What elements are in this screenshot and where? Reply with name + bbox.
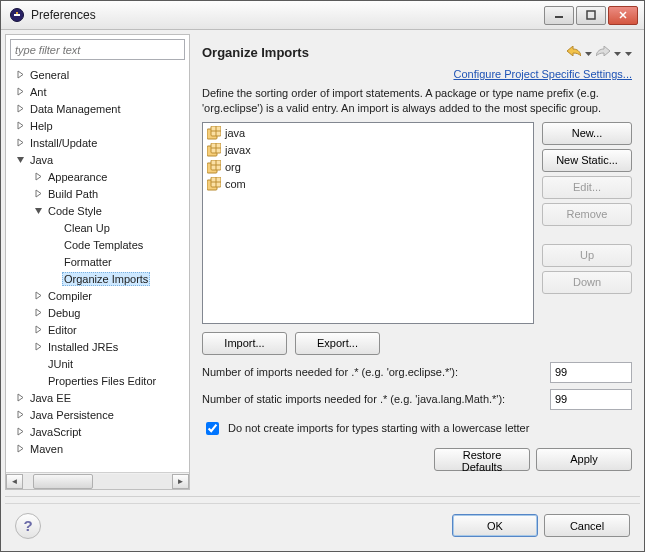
edit-button[interactable]: Edit... (542, 176, 632, 199)
tree-item-help[interactable]: Help (6, 117, 189, 134)
cancel-button[interactable]: Cancel (544, 514, 630, 537)
list-item[interactable]: java (205, 125, 531, 142)
expand-icon (32, 188, 44, 200)
svg-rect-7 (555, 16, 563, 18)
settings-panel: Organize Imports Configure Project Speci… (194, 34, 640, 490)
expand-icon (14, 120, 26, 132)
view-menu-icon[interactable] (625, 46, 632, 58)
forward-icon (596, 46, 610, 58)
expand-icon (14, 103, 26, 115)
tree-item-junit[interactable]: JUnit (6, 355, 189, 372)
expand-icon (14, 86, 26, 98)
list-item[interactable]: com (205, 176, 531, 193)
num-imports-label: Number of imports needed for .* (e.g. 'o… (202, 366, 542, 378)
back-icon[interactable] (567, 46, 581, 58)
tree-item-compiler[interactable]: Compiler (6, 287, 189, 304)
expand-icon (32, 290, 44, 302)
ok-button[interactable]: OK (452, 514, 538, 537)
help-button[interactable]: ? (15, 513, 41, 539)
tree-hscrollbar[interactable]: ◄ ► (6, 472, 189, 489)
app-icon (9, 7, 25, 23)
tree-item-properties-files-editor[interactable]: Properties Files Editor (6, 372, 189, 389)
new-static-button[interactable]: New Static... (542, 149, 632, 172)
scroll-left-icon[interactable]: ◄ (6, 474, 23, 489)
collapse-icon (14, 154, 26, 166)
category-tree[interactable]: General Ant Data Management Help Install… (6, 64, 189, 472)
tree-item-java[interactable]: Java (6, 151, 189, 168)
tree-item-installed-jres[interactable]: Installed JREs (6, 338, 189, 355)
tree-item-code-templates[interactable]: Code Templates (6, 236, 189, 253)
tree-item-editor[interactable]: Editor (6, 321, 189, 338)
expand-icon (14, 409, 26, 421)
tree-item-java-ee[interactable]: Java EE (6, 389, 189, 406)
up-button[interactable]: Up (542, 244, 632, 267)
tree-item-organize-imports[interactable]: Organize Imports (6, 270, 189, 287)
tree-item-data-management[interactable]: Data Management (6, 100, 189, 117)
page-title: Organize Imports (202, 45, 567, 60)
expand-icon (14, 426, 26, 438)
window-title: Preferences (31, 8, 544, 22)
tree-item-formatter[interactable]: Formatter (6, 253, 189, 270)
tree-item-maven[interactable]: Maven (6, 440, 189, 457)
import-order-list[interactable]: java javax org com (202, 122, 534, 324)
expand-icon (32, 171, 44, 183)
num-static-imports-label: Number of static imports needed for .* (… (202, 393, 542, 405)
export-button[interactable]: Export... (295, 332, 380, 355)
expand-icon (14, 443, 26, 455)
import-button[interactable]: Import... (202, 332, 287, 355)
project-settings-link[interactable]: Configure Project Specific Settings... (453, 68, 632, 80)
svg-rect-8 (587, 11, 595, 19)
remove-button[interactable]: Remove (542, 203, 632, 226)
apply-button[interactable]: Apply (536, 448, 632, 471)
down-button[interactable]: Down (542, 271, 632, 294)
expand-icon (32, 341, 44, 353)
list-item[interactable]: javax (205, 142, 531, 159)
tree-item-general[interactable]: General (6, 66, 189, 83)
lowercase-checkbox[interactable] (206, 422, 219, 435)
tree-item-install-update[interactable]: Install/Update (6, 134, 189, 151)
maximize-button[interactable] (576, 6, 606, 25)
expand-icon (14, 69, 26, 81)
expand-icon (32, 324, 44, 336)
scroll-thumb[interactable] (33, 474, 93, 489)
package-icon (207, 143, 221, 157)
preferences-window: Preferences General Ant Data Management … (0, 0, 645, 552)
filter-input[interactable] (10, 39, 185, 60)
page-description: Define the sorting order of import state… (202, 84, 632, 122)
tree-item-build-path[interactable]: Build Path (6, 185, 189, 202)
package-icon (207, 160, 221, 174)
forward-menu-icon[interactable] (614, 46, 621, 58)
num-imports-field[interactable] (550, 362, 632, 383)
package-icon (207, 126, 221, 140)
close-button[interactable] (608, 6, 638, 25)
tree-item-java-persistence[interactable]: Java Persistence (6, 406, 189, 423)
button-bar: ? OK Cancel (5, 503, 640, 547)
minimize-button[interactable] (544, 6, 574, 25)
tree-item-ant[interactable]: Ant (6, 83, 189, 100)
num-static-imports-field[interactable] (550, 389, 632, 410)
collapse-icon (32, 205, 44, 217)
package-icon (207, 177, 221, 191)
tree-item-javascript[interactable]: JavaScript (6, 423, 189, 440)
expand-icon (32, 307, 44, 319)
expand-icon (14, 137, 26, 149)
tree-item-debug[interactable]: Debug (6, 304, 189, 321)
expand-icon (14, 392, 26, 404)
list-item[interactable]: org (205, 159, 531, 176)
scroll-right-icon[interactable]: ► (172, 474, 189, 489)
restore-defaults-button[interactable]: Restore Defaults (434, 448, 530, 471)
titlebar[interactable]: Preferences (1, 1, 644, 30)
new-button[interactable]: New... (542, 122, 632, 145)
lowercase-label: Do not create imports for types starting… (228, 422, 529, 434)
tree-item-appearance[interactable]: Appearance (6, 168, 189, 185)
category-panel: General Ant Data Management Help Install… (5, 34, 190, 490)
back-menu-icon[interactable] (585, 46, 592, 58)
separator (5, 496, 640, 497)
tree-item-code-style[interactable]: Code Style (6, 202, 189, 219)
tree-item-clean-up[interactable]: Clean Up (6, 219, 189, 236)
